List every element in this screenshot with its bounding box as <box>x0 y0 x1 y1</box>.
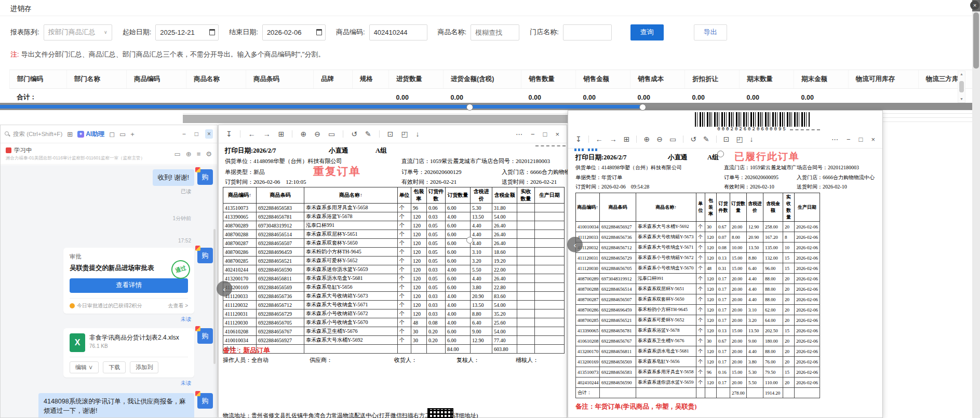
download-icon[interactable]: ↓ <box>416 130 420 138</box>
report-display-select[interactable]: 按部门商品汇总 ∨ <box>44 24 112 41</box>
table-cell: 泰禾森系卫生桶Y-5676 <box>636 336 696 346</box>
maximize-button[interactable]: □ <box>859 136 863 143</box>
scroll-up-icon[interactable]: ▲ <box>960 72 963 76</box>
prev-page-button[interactable]: ‹ <box>217 281 232 296</box>
minimize-button[interactable]: − <box>847 136 851 143</box>
download-icon[interactable]: ↓ <box>750 136 754 143</box>
chat-search-input[interactable]: 搜索 (Ctrl+Shift+F) <box>5 130 62 138</box>
zoom-in-icon[interactable]: ⊕ <box>300 130 306 138</box>
selection-handle[interactable] <box>639 104 646 111</box>
table-cell <box>517 265 535 274</box>
close-button[interactable]: × <box>205 129 213 139</box>
add-member-icon[interactable]: ⊕ <box>186 150 192 158</box>
more-icon[interactable]: ⋯ <box>831 136 838 143</box>
report-table-scrollbar[interactable]: ▲ ▼ <box>958 71 965 103</box>
end-date-label: 结束日期: <box>229 28 258 37</box>
chat-history-icon[interactable]: ≡ <box>197 150 201 158</box>
rotate-icon[interactable]: ↺ <box>351 130 357 138</box>
table-cell: 9.00 <box>471 327 492 336</box>
scrollbar-thumb[interactable] <box>973 12 979 69</box>
forward-icon[interactable]: → <box>263 130 271 138</box>
table-cell: 96 <box>411 204 427 212</box>
horizontal-scrollbar-thumb[interactable] <box>0 105 640 109</box>
close-button[interactable]: × <box>871 136 875 143</box>
file-download-button[interactable]: 下载 <box>103 361 126 373</box>
avatar[interactable]: 购 <box>197 393 213 409</box>
table-cell: 408700288 <box>576 284 600 294</box>
minimize-button[interactable]: − <box>531 130 535 138</box>
table-cell: 6922884656583 <box>600 367 636 377</box>
add-icon[interactable]: + <box>130 130 135 138</box>
table-cell: 2026-02-06 <box>795 326 820 336</box>
column-header: 商品名称 <box>186 70 246 89</box>
overlay-close-button[interactable]: × <box>970 1 979 10</box>
supplier: 供货单位：4148098华塑（台州）科技有限公司 <box>225 157 342 165</box>
message-bubble[interactable]: 4148098系统滚的学讯订单，我让供应商报备，麻烦通过一下，谢谢! <box>38 393 194 417</box>
rotate-icon[interactable]: ↺ <box>690 136 696 143</box>
thumbnails-icon[interactable]: ⊞ <box>278 130 285 138</box>
minimize-button[interactable]: − <box>180 129 188 139</box>
file-edit-button[interactable]: 编辑 ∨ <box>70 361 99 373</box>
avatar[interactable]: 购 <box>197 248 213 263</box>
workbench-icon[interactable]: ⊞ <box>67 130 73 138</box>
file-card[interactable]: X 非食学讯商品分货计划表2.4.xlsx 76.1 KB 编辑 ∨ 下载 添加… <box>63 328 194 377</box>
scroll-down-icon[interactable]: ▼ <box>960 97 963 101</box>
export-excel-icon[interactable]: ⊡ <box>387 130 394 138</box>
file-add-to-button[interactable]: 添加到 <box>130 361 158 373</box>
pin-icon[interactable]: ↧ <box>226 130 232 138</box>
fit-width-icon[interactable]: ▭ <box>669 136 676 143</box>
screen-share-icon[interactable]: ▭ <box>119 130 126 138</box>
view-details-button[interactable]: 查看详情 <box>70 278 188 293</box>
maximize-button[interactable]: □ <box>193 129 200 139</box>
thumbnails-icon[interactable]: ⊞ <box>624 136 630 143</box>
query-button[interactable]: 查询 <box>630 24 664 41</box>
zoom-in-icon[interactable]: ⊕ <box>643 136 650 143</box>
ocr-icon[interactable]: ◰ <box>736 136 743 143</box>
close-button[interactable]: × <box>555 130 559 138</box>
calendar-icon[interactable] <box>209 29 215 35</box>
avatar[interactable]: 购 <box>197 169 213 185</box>
table-cell: 20.00 <box>730 346 747 357</box>
table-cell: 0.03 <box>427 301 446 309</box>
forward-icon[interactable]: → <box>610 136 617 143</box>
back-icon[interactable]: ← <box>596 136 603 143</box>
chat-scrollbar[interactable] <box>213 229 216 364</box>
scrollbar-thumb[interactable] <box>959 81 964 92</box>
selection-handle[interactable] <box>717 151 724 157</box>
edit-icon[interactable]: ✎ <box>365 130 371 138</box>
zoom-out-icon[interactable]: ⊖ <box>656 136 663 143</box>
settings-gear-icon[interactable]: ⚙ <box>206 150 212 158</box>
table-cell: 6922884656927 <box>600 222 636 232</box>
back-icon[interactable]: ← <box>248 130 256 138</box>
more-icon[interactable]: ⋯ <box>516 130 522 138</box>
edit-icon[interactable]: ✎ <box>703 136 709 143</box>
ocr-icon[interactable]: ◰ <box>401 130 408 138</box>
ai-assistant-button[interactable]: ✦ AI助理 <box>77 130 104 139</box>
approval-card[interactable]: 审批 吴联贵提交的新品进场审批表 通过 查看详情 今日审批通过的已获得2积分 去… <box>63 248 194 314</box>
zoom-out-icon[interactable]: ⊖ <box>314 130 320 138</box>
product-code-input[interactable] <box>369 24 427 41</box>
table-cell: 2026-02-06 <box>795 315 820 326</box>
avatar[interactable]: 购 <box>197 328 213 344</box>
export-button[interactable]: 导出 <box>694 24 727 41</box>
pin-icon[interactable]: ↧ <box>575 136 582 143</box>
store-name-input[interactable] <box>563 24 612 41</box>
points-link[interactable]: 去查看 > <box>168 302 188 309</box>
time-divider: 17:52 <box>5 238 191 244</box>
message-icon[interactable]: ◻ <box>109 130 115 138</box>
page-scrollbar[interactable] <box>972 0 980 418</box>
selection-handle[interactable] <box>466 237 473 244</box>
product-name-input[interactable] <box>471 24 519 41</box>
folder-icon[interactable]: ▭ <box>174 150 181 158</box>
calendar-icon[interactable] <box>316 29 322 35</box>
export-excel-icon[interactable]: ⊡ <box>723 136 730 143</box>
fit-width-icon[interactable]: ▭ <box>328 130 335 138</box>
prev-page-button[interactable]: ‹ <box>567 237 583 252</box>
selection-handle[interactable] <box>466 104 473 111</box>
valid-time: 有效时间：2026-02-21 <box>401 178 457 186</box>
maximize-button[interactable]: □ <box>543 130 547 138</box>
column-header: 包装率 <box>411 187 427 204</box>
table-cell: 120 <box>705 232 717 242</box>
message-bubble[interactable]: 收到! 谢谢! <box>153 169 194 186</box>
approval-title: 吴联贵提交的新品进场审批表 <box>70 264 188 273</box>
